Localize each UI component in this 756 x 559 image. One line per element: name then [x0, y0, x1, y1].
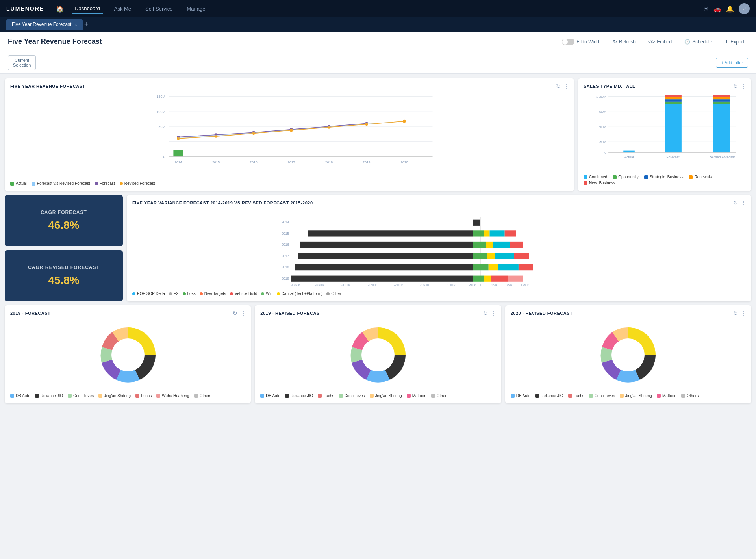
svg-rect-75	[298, 253, 473, 259]
fit-to-width-button[interactable]: Fit to Width	[558, 37, 604, 47]
variance-legend: EOP SOP Delta FX Loss New Targets Vehicl…	[132, 292, 746, 296]
svg-text:-3 500k: -3 500k	[315, 284, 324, 286]
car-icon[interactable]: 🚗	[713, 5, 721, 13]
more-icon-variance[interactable]: ⋮	[741, 200, 747, 206]
schedule-icon: 🕐	[684, 39, 690, 45]
svg-rect-77	[487, 253, 495, 259]
svg-text:2017: 2017	[282, 254, 289, 258]
cagr-revised-card: CAGR REVISED FORECAST 45.8%	[5, 250, 123, 301]
refresh-icon-pie1[interactable]: ↻	[233, 310, 237, 316]
svg-text:50M: 50M	[159, 125, 165, 129]
svg-rect-81	[473, 264, 489, 270]
refresh-icon: ↻	[613, 39, 617, 45]
five-year-forecast-title: FIVE YEAR REVENUE FORECAST	[10, 84, 569, 89]
svg-rect-51	[713, 97, 730, 99]
home-icon[interactable]: 🏠	[56, 5, 64, 13]
svg-text:1 000M: 1 000M	[596, 95, 606, 98]
svg-text:-2 500k: -2 500k	[368, 284, 377, 286]
tab-label: Five Year Revenue Forecast	[12, 22, 71, 27]
svg-text:-500k: -500k	[469, 284, 476, 286]
nav-manage[interactable]: Manage	[183, 4, 208, 13]
svg-rect-46	[665, 97, 682, 99]
more-icon-pie3[interactable]: ⋮	[741, 310, 747, 316]
sales-mix-legend: Confirmed Opportunity Strategic_Business…	[584, 175, 746, 185]
svg-point-103	[361, 338, 395, 371]
refresh-icon-pie3[interactable]: ↻	[733, 310, 738, 316]
tab-add-button[interactable]: +	[84, 20, 89, 29]
cagr-forecast-value: 46.8%	[48, 219, 79, 232]
current-selection-label: CurrentSelection	[13, 58, 31, 67]
svg-rect-42	[623, 151, 635, 153]
more-icon-forecast[interactable]: ⋮	[564, 83, 569, 89]
svg-rect-47	[665, 95, 682, 97]
revised-forecast-2019-title: 2019 - REVISED FORECAST	[260, 311, 495, 316]
svg-rect-65	[308, 230, 473, 236]
svg-point-29	[403, 120, 406, 123]
svg-rect-45	[665, 99, 682, 102]
revised-forecast-2019-card: 2019 - REVISED FORECAST ↻ ⋮ DB Auto	[255, 305, 501, 403]
svg-rect-44	[665, 102, 682, 104]
svg-rect-43	[665, 104, 682, 153]
refresh-icon-pie2[interactable]: ↻	[483, 310, 488, 316]
refresh-icon-sales[interactable]: ↻	[733, 83, 738, 89]
svg-text:2018: 2018	[282, 265, 289, 269]
svg-text:Revised Forecast: Revised Forecast	[708, 155, 735, 159]
svg-text:2019: 2019	[282, 277, 289, 280]
export-button[interactable]: ⬆ Export	[721, 37, 748, 46]
sales-type-mix-card: SALES TYPE MIX | All ↻ ⋮ 1 000M 750M 500…	[578, 78, 751, 191]
svg-text:0: 0	[480, 284, 481, 286]
schedule-button[interactable]: 🕐 Schedule	[680, 37, 716, 46]
more-icon-pie2[interactable]: ⋮	[491, 310, 497, 316]
svg-text:2019: 2019	[363, 160, 371, 164]
svg-rect-48	[713, 104, 730, 153]
svg-rect-86	[473, 276, 484, 282]
nav-dashboard[interactable]: Dashboard	[72, 4, 103, 14]
more-icon-pie1[interactable]: ⋮	[241, 310, 246, 316]
svg-rect-74	[510, 242, 523, 248]
refresh-icon-variance[interactable]: ↻	[733, 200, 738, 206]
tab-five-year[interactable]: Five Year Revenue Forecast ×	[6, 19, 83, 30]
svg-text:Forecast: Forecast	[666, 155, 680, 159]
svg-text:2014: 2014	[174, 160, 182, 164]
fit-to-width-toggle[interactable]	[562, 39, 574, 45]
svg-rect-89	[508, 276, 523, 282]
forecast-2019-title: 2019 - FORECAST	[10, 311, 245, 316]
variance-card: FIVE YEAR VARIANCE FORECAST 2014-2019 Vs…	[127, 195, 751, 301]
svg-rect-84	[519, 264, 533, 270]
svg-text:0: 0	[163, 155, 165, 159]
svg-text:100M: 100M	[157, 110, 165, 114]
svg-rect-52	[713, 95, 730, 97]
svg-rect-67	[484, 230, 489, 236]
tab-close-button[interactable]: ×	[74, 22, 77, 27]
current-selection-button[interactable]: CurrentSelection	[8, 55, 36, 70]
more-icon-sales[interactable]: ⋮	[741, 83, 747, 89]
svg-text:2017: 2017	[287, 160, 295, 164]
revised-forecast-2020-card: 2020 - REVISED FORECAST ↻ ⋮ DB Auto	[505, 305, 751, 403]
sun-icon[interactable]: ☀	[703, 5, 709, 13]
embed-button[interactable]: </> Embed	[644, 37, 676, 46]
bell-icon[interactable]: 🔔	[726, 5, 734, 13]
svg-marker-30	[178, 121, 404, 139]
refresh-button[interactable]: ↻ Refresh	[609, 37, 639, 46]
svg-rect-83	[498, 264, 519, 270]
svg-text:2018: 2018	[325, 160, 333, 164]
add-filter-button[interactable]: + Add Filter	[716, 58, 748, 68]
svg-point-102	[111, 338, 145, 371]
svg-text:2020: 2020	[400, 160, 408, 164]
refresh-icon-forecast[interactable]: ↻	[556, 83, 561, 89]
five-year-chart-area: 150M 100M 50M 0 2014 2015 2016 2017 2018…	[10, 93, 569, 186]
svg-text:1 250k: 1 250k	[521, 284, 529, 286]
pie1-container	[10, 319, 245, 390]
svg-rect-68	[490, 230, 505, 236]
svg-text:250k: 250k	[491, 284, 497, 286]
user-avatar[interactable]: U	[739, 3, 750, 14]
filter-bar: CurrentSelection + Add Filter	[0, 52, 756, 74]
nav-self-service[interactable]: Self Service	[142, 4, 176, 13]
nav-ask-me[interactable]: Ask Me	[111, 4, 134, 13]
svg-text:2015: 2015	[282, 232, 289, 236]
svg-text:500M: 500M	[598, 125, 606, 129]
svg-rect-78	[495, 253, 514, 259]
cagr-revised-label: CAGR REVISED FORECAST	[28, 265, 100, 270]
cagr-forecast-card: CAGR FORECAST 46.8%	[5, 195, 123, 246]
tab-bar: Five Year Revenue Forecast × +	[0, 17, 756, 32]
